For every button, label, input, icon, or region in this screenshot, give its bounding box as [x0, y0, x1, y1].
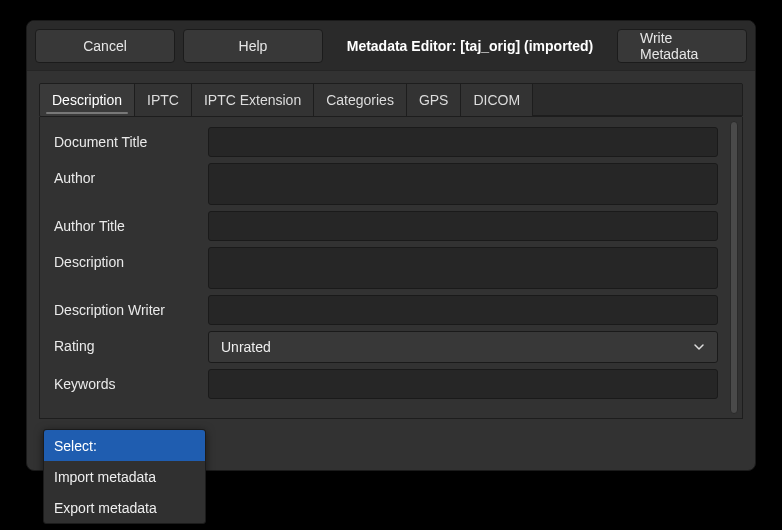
field-row-description-writer: Description Writer [54, 295, 718, 325]
tab-dicom[interactable]: DICOM [461, 84, 533, 116]
help-button[interactable]: Help [183, 29, 323, 63]
description-writer-label: Description Writer [54, 295, 196, 318]
field-row-author-title: Author Title [54, 211, 718, 241]
metadata-editor-dialog: Cancel Help Metadata Editor: [taj_orig] … [26, 20, 756, 471]
tab-categories[interactable]: Categories [314, 84, 407, 116]
menu-import-metadata[interactable]: Import metadata [44, 461, 205, 492]
tab-filler [533, 84, 742, 116]
tabs-container: Description IPTC IPTC Extension Categori… [27, 71, 755, 117]
tab-iptc[interactable]: IPTC [135, 84, 192, 116]
keywords-label: Keywords [54, 369, 196, 392]
menu-select-label: Select: [54, 438, 97, 454]
menu-import-label: Import metadata [54, 469, 156, 485]
form-area: Document Title Author Author Title Descr… [39, 117, 743, 419]
tab-label: GPS [419, 92, 449, 108]
scrollbar[interactable] [730, 117, 742, 418]
chevron-down-icon [693, 341, 705, 353]
tab-gps[interactable]: GPS [407, 84, 462, 116]
field-row-rating: Rating Unrated [54, 331, 718, 363]
tab-description[interactable]: Description [40, 84, 135, 116]
menu-export-metadata[interactable]: Export metadata [44, 492, 205, 523]
tab-label: IPTC [147, 92, 179, 108]
field-row-author: Author [54, 163, 718, 205]
document-title-label: Document Title [54, 127, 196, 150]
dialog-header: Cancel Help Metadata Editor: [taj_orig] … [27, 21, 755, 71]
rating-select[interactable]: Unrated [208, 331, 718, 363]
write-metadata-button-label: Write Metadata [640, 30, 724, 62]
rating-value: Unrated [221, 339, 271, 355]
author-title-label: Author Title [54, 211, 196, 234]
help-button-label: Help [239, 38, 268, 54]
keywords-input[interactable] [208, 369, 718, 399]
description-input[interactable] [208, 247, 718, 289]
tab-bar: Description IPTC IPTC Extension Categori… [39, 83, 743, 117]
menu-select-header[interactable]: Select: [44, 430, 205, 461]
cancel-button-label: Cancel [83, 38, 127, 54]
description-label: Description [54, 247, 196, 270]
author-input[interactable] [208, 163, 718, 205]
author-label: Author [54, 163, 196, 186]
field-row-description: Description [54, 247, 718, 289]
field-row-document-title: Document Title [54, 127, 718, 157]
dialog-title: Metadata Editor: [taj_orig] (imported) [331, 38, 609, 54]
document-title-input[interactable] [208, 127, 718, 157]
tab-label: IPTC Extension [204, 92, 301, 108]
tab-iptc-extension[interactable]: IPTC Extension [192, 84, 314, 116]
form-scroll: Document Title Author Author Title Descr… [40, 117, 730, 418]
description-writer-input[interactable] [208, 295, 718, 325]
menu-export-label: Export metadata [54, 500, 157, 516]
scrollbar-thumb[interactable] [730, 121, 738, 414]
author-title-input[interactable] [208, 211, 718, 241]
tab-label: Categories [326, 92, 394, 108]
metadata-io-menu: Select: Import metadata Export metadata [43, 429, 206, 524]
tab-label: Description [52, 92, 122, 108]
write-metadata-button[interactable]: Write Metadata [617, 29, 747, 63]
rating-label: Rating [54, 331, 196, 354]
cancel-button[interactable]: Cancel [35, 29, 175, 63]
tab-label: DICOM [473, 92, 520, 108]
field-row-keywords: Keywords [54, 369, 718, 399]
